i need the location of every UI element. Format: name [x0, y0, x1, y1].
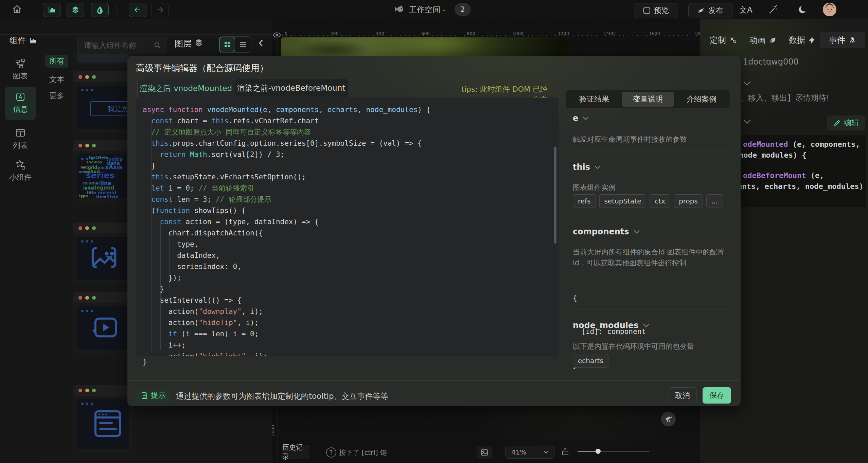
- ruler-label: 1000: [512, 31, 524, 36]
- grid-view-button[interactable]: [219, 37, 235, 52]
- tab-data[interactable]: 数据: [783, 32, 821, 48]
- code-line: i++;: [143, 340, 430, 351]
- section-header-this[interactable]: this: [573, 162, 601, 172]
- avatar[interactable]: [823, 3, 836, 16]
- chip: props: [674, 194, 703, 208]
- save-button[interactable]: 保存: [703, 387, 731, 404]
- sidebar-item-info[interactable]: 信息: [5, 87, 36, 120]
- ruler-eye-icon[interactable]: [272, 31, 281, 39]
- code-editor[interactable]: async function vnodeMounted(e, component…: [136, 97, 559, 356]
- component-id: 1doctqwg000: [743, 57, 799, 67]
- chip: echarts: [573, 354, 608, 368]
- text-input-preview: 我是文: [90, 101, 129, 116]
- create-tool-button[interactable]: [91, 3, 109, 17]
- tab-validation-result[interactable]: 验证结果: [568, 92, 620, 107]
- arrow-left-icon: [134, 6, 142, 14]
- component-card-video[interactable]: [73, 292, 133, 354]
- redo-button[interactable]: [151, 3, 169, 17]
- section-chevron-icon[interactable]: [743, 119, 751, 124]
- design-canvas-map[interactable]: [281, 37, 568, 58]
- tab-label: 定制: [710, 35, 726, 46]
- section-name: e: [573, 113, 578, 123]
- undo-button[interactable]: [129, 3, 146, 17]
- language-icon[interactable]: 文A: [739, 5, 752, 15]
- chevron-down-icon: [594, 165, 601, 169]
- component-card-wordcloud[interactable]: textStyletooltiptoolboxdatamapgridpiexAx…: [73, 140, 133, 202]
- component-card-image[interactable]: [73, 222, 133, 284]
- component-tab-more[interactable]: 更多: [45, 89, 68, 102]
- history-button[interactable]: 历史记录: [282, 445, 309, 459]
- tab-label: 动画: [749, 35, 766, 46]
- tab-animation[interactable]: 动画: [743, 32, 783, 48]
- panels-divider: [0, 34, 272, 35]
- section-header-node-modules[interactable]: node_modules: [573, 321, 650, 330]
- home-icon[interactable]: [12, 4, 22, 14]
- send-icon: [697, 7, 705, 14]
- code-line: return Math.sqrt(val[2]) / 3;: [143, 149, 430, 160]
- dark-mode-moon-icon[interactable]: [798, 5, 807, 14]
- document-icon: [141, 392, 147, 399]
- card-preview: [77, 306, 129, 350]
- code-line: setInterval(() => {: [143, 295, 430, 306]
- edit-code-button[interactable]: 编辑: [827, 115, 865, 130]
- section-desc: 当前大屏内所有组件的集合id 图表组件中的配置: [573, 247, 724, 257]
- publish-button[interactable]: 发布: [688, 3, 732, 18]
- zoom-select[interactable]: 41%: [506, 446, 554, 459]
- charts-tool-button[interactable]: [43, 3, 60, 17]
- section-header-components[interactable]: components: [573, 227, 640, 236]
- editor-scrollbar[interactable]: [554, 147, 556, 244]
- search-input[interactable]: 请输入组件名称: [77, 37, 167, 54]
- browser-icon: [643, 7, 651, 14]
- sidebar-item-widgets[interactable]: 小组件: [5, 157, 36, 186]
- tab-customize[interactable]: 定制: [703, 32, 744, 48]
- section-header-e[interactable]: e: [573, 113, 589, 123]
- tab-vnode-mounted[interactable]: 渲染之后-vnodeMounted: [137, 79, 234, 97]
- component-sidebar: 组件 图表 信息 列表 小组件: [0, 19, 41, 463]
- tab-events[interactable]: 事件: [820, 32, 865, 48]
- zoom-slider[interactable]: [578, 451, 650, 452]
- section-desc: 图表组件实例: [573, 183, 616, 192]
- tab-vnode-before-mount[interactable]: 渲染之前-vnodeBeforeMount: [234, 79, 348, 97]
- sidebar-item-charts[interactable]: 图表: [5, 55, 36, 85]
- component-card-text-input[interactable]: 我是文: [73, 71, 133, 133]
- code-line: });: [143, 272, 430, 284]
- birdseye-button[interactable]: [661, 412, 676, 426]
- card-header: [73, 385, 133, 396]
- thumbnail-icon: [481, 449, 488, 456]
- component-tab-all[interactable]: 所有: [45, 55, 68, 68]
- rocket-icon: [849, 36, 856, 44]
- preview-button[interactable]: 预览: [634, 3, 678, 18]
- sidebar-item-list[interactable]: 列表: [5, 125, 36, 154]
- component-tab-text[interactable]: 文本: [45, 73, 68, 86]
- help-icon[interactable]: ?: [326, 447, 336, 458]
- layers-tool-button[interactable]: [67, 3, 84, 17]
- sidebar-item-label: 小组件: [5, 172, 36, 182]
- this-chips: refssetupStatectxprops...: [573, 194, 726, 208]
- section-chevron-icon[interactable]: [743, 81, 751, 86]
- minimap-button[interactable]: [477, 446, 492, 459]
- components-code-sample: { [id]: component }: [573, 270, 646, 393]
- lock-icon[interactable]: [561, 447, 569, 456]
- list-view-button[interactable]: [235, 37, 251, 52]
- tab-variable-docs[interactable]: 变量说明: [622, 92, 674, 107]
- search-icon: [154, 42, 161, 49]
- footer-divider: [127, 380, 741, 381]
- code-line: if (i === len) i = 0;: [143, 328, 430, 340]
- collapse-panel-icon[interactable]: [258, 39, 264, 47]
- wordcloud-word: series: [86, 171, 115, 180]
- preview-label: 预览: [654, 5, 669, 16]
- tab-examples[interactable]: 介绍案例: [675, 92, 728, 107]
- bar-chart-icon: [48, 6, 56, 14]
- tab-label: 事件: [829, 35, 845, 46]
- code-line: this.props.chartConfig.option.series[0].…: [143, 138, 430, 149]
- ruler-label: 1400: [603, 31, 615, 36]
- table-icon: [15, 127, 26, 138]
- magic-wand-icon[interactable]: [768, 5, 778, 14]
- layers-icon: [71, 6, 79, 14]
- zoom-slider-handle[interactable]: [596, 449, 601, 454]
- component-card-browser[interactable]: [73, 385, 133, 453]
- code-preview-line: odeMounted (e, components,: [743, 140, 860, 148]
- events-teaser-text: 、移入、移出】尽情期待!: [740, 93, 829, 103]
- code-line: action("downplay", i);: [143, 306, 430, 317]
- cancel-button[interactable]: 取消: [669, 387, 696, 404]
